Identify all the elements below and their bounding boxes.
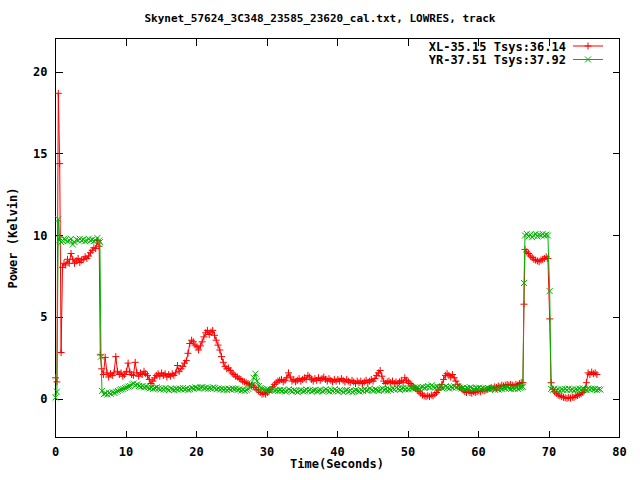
y-tick-label: 15 xyxy=(33,147,47,161)
series-markers xyxy=(52,90,600,402)
series-line xyxy=(56,93,597,398)
legend-entry-xl: XL-35.15 Tsys:36.14 xyxy=(429,40,566,54)
y-tick-label: 5 xyxy=(40,310,47,324)
legend-sample-marker xyxy=(585,43,592,50)
y-tick-label: 20 xyxy=(33,65,47,79)
gnuplot-chart: 0102030405060708005101520 Skynet_57624_3… xyxy=(0,0,640,480)
legend-sample-yr xyxy=(573,57,603,63)
chart-title: Skynet_57624_3C348_23585_23620_cal.txt, … xyxy=(0,12,640,25)
chart-canvas: 0102030405060708005101520 xyxy=(0,0,640,480)
y-tick-label: 0 xyxy=(40,392,47,406)
y-axis-label: Power (Kelvin) xyxy=(6,187,20,288)
legend-sample-xl xyxy=(573,43,603,50)
y-tick-label: 10 xyxy=(33,229,47,243)
x-axis-label: Time(Seconds) xyxy=(55,457,619,471)
legend-entry-yr: YR-37.51 Tsys:37.92 xyxy=(429,53,566,67)
series-xl xyxy=(52,90,600,402)
